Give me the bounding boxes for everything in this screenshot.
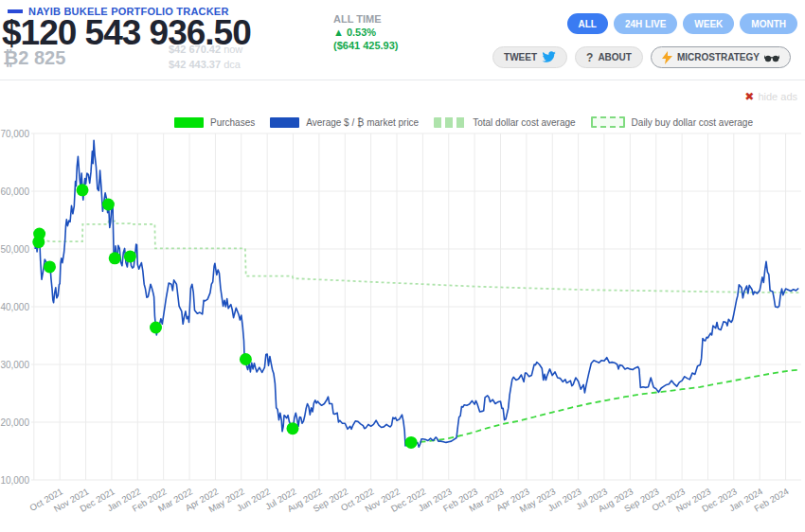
svg-text:10,000: 10,000 bbox=[0, 475, 29, 486]
hide-ads-label: hide ads bbox=[758, 91, 797, 102]
change-percent: ▲ 0.53% bbox=[333, 26, 399, 39]
price-now-row: $42 670.42 now bbox=[169, 42, 242, 57]
tweet-button[interactable]: TWEET bbox=[492, 46, 567, 68]
change-usd: ($641 425.93) bbox=[333, 39, 399, 52]
range-button-week[interactable]: WEEK bbox=[683, 13, 734, 34]
header-divider bbox=[0, 80, 805, 80]
portfolio-total-btc: ₿2 825 bbox=[3, 47, 65, 69]
price-dca-row: $42 443.37 dca bbox=[169, 57, 242, 72]
range-selector: ALL 24H LIVE WEEK MONTH bbox=[567, 13, 797, 34]
glasses-icon bbox=[764, 53, 779, 62]
svg-text:50,000: 50,000 bbox=[0, 244, 29, 255]
range-button-month[interactable]: MONTH bbox=[740, 13, 797, 34]
price-dca-suffix: dca bbox=[224, 59, 241, 70]
range-button-24h-live[interactable]: 24H LIVE bbox=[614, 13, 677, 34]
question-mark-icon: ? bbox=[586, 51, 593, 64]
tweet-label: TWEET bbox=[504, 52, 537, 62]
close-icon: ✖ bbox=[744, 90, 754, 103]
about-label: ABOUT bbox=[598, 52, 632, 62]
twitter-bird-icon bbox=[542, 51, 556, 63]
hide-ads-link[interactable]: ✖ hide ads bbox=[744, 90, 797, 103]
svg-text:20,000: 20,000 bbox=[0, 417, 29, 428]
performance-summary: ALL TIME ▲ 0.53% ($641 425.93) bbox=[333, 12, 399, 52]
period-label: ALL TIME bbox=[333, 12, 399, 26]
lightning-bolt-icon bbox=[662, 51, 672, 64]
action-buttons: TWEET ? ABOUT MICROSTRATEGY bbox=[492, 46, 791, 68]
price-now-suffix: now bbox=[224, 44, 242, 55]
price-summary: $42 670.42 now $42 443.37 dca bbox=[169, 42, 242, 72]
microstrategy-label: MICROSTRATEGY bbox=[677, 52, 760, 62]
portfolio-chart[interactable]: 70,00060,00050,00040,00030,00020,00010,0… bbox=[0, 104, 805, 532]
nayib-bukele-portfolio-tracker: NAYIB BUKELE PORTFOLIO TRACKER $120 543 … bbox=[0, 0, 805, 532]
price-now-value: $42 670.42 bbox=[169, 44, 221, 55]
svg-text:60,000: 60,000 bbox=[0, 186, 29, 197]
about-button[interactable]: ? ABOUT bbox=[575, 46, 643, 68]
svg-text:30,000: 30,000 bbox=[0, 360, 29, 370]
svg-text:70,000: 70,000 bbox=[0, 129, 29, 139]
range-button-all[interactable]: ALL bbox=[567, 13, 608, 34]
microstrategy-button[interactable]: MICROSTRATEGY bbox=[651, 46, 791, 68]
price-dca-value: $42 443.37 bbox=[169, 59, 221, 70]
svg-text:40,000: 40,000 bbox=[0, 302, 29, 312]
